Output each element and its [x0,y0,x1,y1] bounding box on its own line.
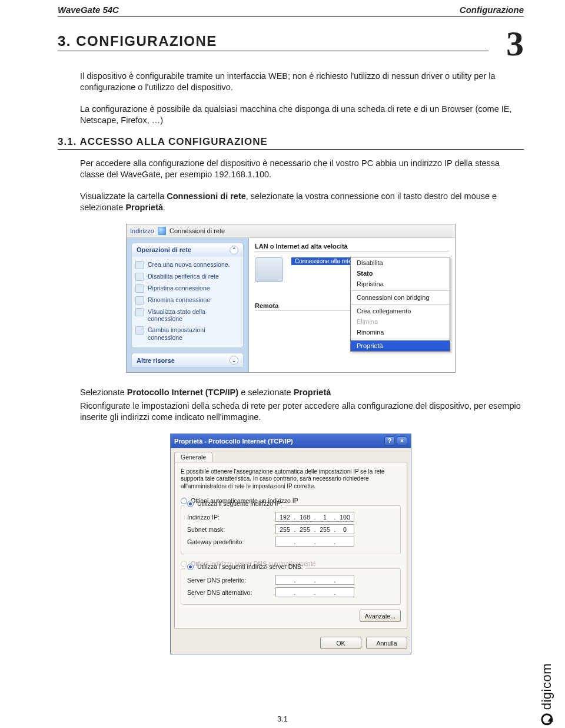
ip-input[interactable]: 192.168.1.100 [275,512,354,522]
radio-icon [181,498,187,504]
ok-button[interactable]: OK [320,637,361,649]
task-icon [135,273,144,281]
task-icon [135,308,144,316]
task-icon [135,284,144,293]
help-button[interactable]: ? [384,436,395,446]
close-button[interactable]: × [397,436,407,446]
page-number: 3.1 [0,714,565,723]
advanced-button[interactable]: Avanzate... [360,610,401,622]
task-item[interactable]: Rinomina connessione [135,294,240,306]
ctx-separator [351,290,450,291]
ctx-shortcut[interactable]: Crea collegamento [351,306,450,316]
paragraph-3: Selezionate Protocollo Internet (TCP/IP)… [80,387,524,398]
ctx-bridge[interactable]: Connessioni con bridging [351,292,450,303]
panel-header-operations[interactable]: Operazioni di rete ⌃ [132,243,243,257]
task-icon [135,296,144,305]
header-right: Configurazione [460,5,524,15]
dns1-input[interactable]: ... [275,575,354,585]
chapter-title: 3. CONFIGURAZIONE [58,33,488,51]
chevron-down-icon[interactable]: ⌄ [230,356,238,365]
ctx-disable[interactable]: Disabilita [351,257,450,268]
cancel-button[interactable]: Annulla [366,637,407,649]
lan-connection-icon[interactable] [255,257,283,282]
dns2-label: Server DNS alternativo: [187,589,275,596]
screenshot-tcpip-properties: Proprietà - Protocollo Internet (TCP/IP)… [170,434,411,655]
ctx-properties[interactable]: Proprietà [351,340,450,351]
screenshot-network-connections: Indirizzo Connessioni di rete Operazioni… [126,224,456,373]
ctx-status[interactable]: Stato [351,268,450,279]
paragraph-4: Riconfigurate le impostazioni della sche… [80,401,524,423]
ip-label: Indirizzo IP: [187,514,275,521]
task-item[interactable]: Crea una nuova connessione. [135,259,240,271]
ctx-repair[interactable]: Ripristina [351,279,450,289]
window-title: Proprietà - Protocollo Internet (TCP/IP) [174,438,293,445]
gateway-input[interactable]: ... [275,537,354,547]
side-panel-area: Operazioni di rete ⌃ Crea una nuova conn… [127,238,249,372]
address-label: Indirizzo [130,227,154,234]
task-icon [135,261,144,269]
intro-paragraph-1: Il dispositivo è configurabile tramite u… [80,71,524,93]
radio-icon [181,561,187,567]
dns2-input[interactable]: ... [275,587,354,597]
radio-manual-dns[interactable]: Utilizza i seguenti indirizzi server DNS… [185,563,305,570]
task-icon [135,326,144,335]
intro-paragraph-2: La configurazione è possibile da qualsia… [80,104,524,126]
mask-input[interactable]: 255.255.255.0 [275,524,354,534]
group-header-lan: LAN o Internet ad alta velocità [255,243,449,252]
radio-manual-ip[interactable]: Utilizza il seguente indirizzo IP: [185,500,285,507]
description-text: È possibile ottenere l'assegnazione auto… [181,468,401,491]
panel-header-other[interactable]: Altre risorse ⌄ [132,353,243,367]
chevron-up-icon[interactable]: ⌃ [230,246,238,254]
address-bar: Indirizzo Connessioni di rete [127,224,455,238]
main-area: LAN o Internet ad alta velocità Connessi… [249,238,455,372]
ctx-delete: Elimina [351,316,450,327]
header-left: WaveGate 54C [58,5,119,15]
task-item[interactable]: Cambia impostazioni connessione [135,325,240,343]
radio-icon [187,501,194,507]
radio-icon [187,564,194,570]
ctx-separator [351,339,450,339]
paragraph-1: Per accedere alla configurazione del dis… [80,158,524,180]
section-heading: 3.1. ACCESSO ALLA CONFIGURAZIONE [58,136,524,150]
ctx-separator [351,304,450,305]
mask-label: Subnet mask: [187,526,275,533]
tab-general[interactable]: Generale [174,452,212,462]
running-header: WaveGate 54C Configurazione [58,5,524,16]
gateway-label: Gateway predefinito: [187,538,275,545]
context-menu: Disabilita Stato Ripristina Connessioni … [350,257,450,352]
dns1-label: Server DNS preferito: [187,577,275,584]
folder-icon [158,227,166,235]
ctx-rename[interactable]: Rinomina [351,327,450,337]
chapter-number: 3 [506,29,524,58]
task-item[interactable]: Visualizza stato della connessione [135,306,240,325]
address-value: Connessioni di rete [170,227,225,234]
task-item[interactable]: Ripristina connessione [135,283,240,294]
paragraph-2: Visualizzate la cartella Connessioni di … [80,191,524,213]
task-item[interactable]: Disabilita periferica di rete [135,271,240,283]
window-titlebar: Proprietà - Protocollo Internet (TCP/IP)… [171,434,411,448]
